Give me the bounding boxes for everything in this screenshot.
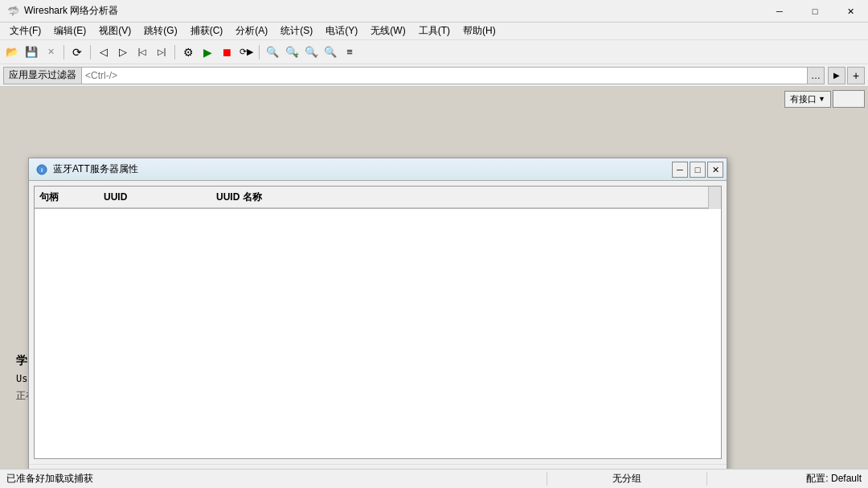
toolbar-sep2: [90, 45, 91, 59]
dialog-minimize-button[interactable]: ─: [672, 162, 688, 178]
toolbar-zoom-normal[interactable]: 🔍: [321, 43, 339, 61]
toolbar-save[interactable]: 💾: [23, 43, 40, 61]
title-bar: 🦈 Wireshark 网络分析器 ─ □ ✕: [0, 0, 868, 23]
maximize-button[interactable]: □: [797, 0, 833, 23]
toolbar-forward[interactable]: ▷: [114, 43, 132, 61]
window-controls: ─ □ ✕: [762, 0, 868, 23]
filter-add-button[interactable]: +: [847, 67, 865, 84]
filter-arrow-button[interactable]: ▶: [828, 67, 845, 84]
toolbar-sep3: [174, 45, 175, 59]
toolbar-sep1: [63, 45, 64, 59]
column-handle: 句柄: [39, 191, 104, 204]
dialog-table: 句柄 UUID UUID 名称: [34, 186, 722, 459]
column-uuid: UUID: [104, 191, 216, 203]
toolbar-start-capture[interactable]: ▶: [199, 43, 216, 61]
toolbar-sep4: [259, 45, 260, 59]
toolbar: 📂 💾 ✕ ⟳ ◁ ▷ |◁ ▷| ⚙ ▶ ⏹ ⟳▶ 🔍 🔍+ 🔍- 🔍 ≡: [0, 40, 868, 64]
toolbar-open[interactable]: 📂: [3, 43, 21, 61]
status-left: 已准备好加载或捕获: [0, 472, 547, 486]
filter-label: 应用显示过滤器: [3, 67, 81, 84]
toolbar-stop-capture[interactable]: ⏹: [218, 43, 235, 61]
status-bar: 已准备好加载或捕获 无分组 配置: Default: [0, 469, 868, 488]
toolbar-jump-start[interactable]: |◁: [133, 43, 151, 61]
filter-bar: 应用显示过滤器 … ▶ +: [0, 64, 868, 87]
dialog-icon: i: [35, 163, 48, 176]
menu-help[interactable]: 帮助(H): [457, 23, 502, 39]
column-uuid-name: UUID 名称: [216, 191, 716, 204]
status-right: 配置: Default: [707, 472, 868, 486]
status-mid: 无分组: [547, 472, 707, 486]
toolbar-restart-capture[interactable]: ⟳▶: [237, 43, 255, 61]
toolbar-jump-end[interactable]: ▷|: [153, 43, 170, 61]
toolbar-options[interactable]: ⚙: [179, 43, 197, 61]
toolbar-close[interactable]: ✕: [42, 43, 59, 61]
dialog-title-bar: i 蓝牙ATT服务器属性 ─ □ ✕: [29, 158, 727, 181]
interface-dropdown-arrow-icon: ▼: [818, 95, 825, 103]
menu-jump[interactable]: 跳转(G): [137, 23, 183, 39]
toolbar-zoom-in[interactable]: 🔍+: [283, 43, 301, 61]
menu-phone[interactable]: 电话(Y): [319, 23, 364, 39]
menu-analyze[interactable]: 分析(A): [229, 23, 274, 39]
menu-stats[interactable]: 统计(S): [274, 23, 319, 39]
menu-wireless[interactable]: 无线(W): [364, 23, 411, 39]
menu-file[interactable]: 文件(F): [3, 23, 47, 39]
menu-view[interactable]: 视图(V): [92, 23, 137, 39]
interface-dropdown-label: 有接口: [790, 93, 817, 105]
menu-capture[interactable]: 捕获(C): [184, 23, 230, 39]
toolbar-back[interactable]: ◁: [95, 43, 113, 61]
menu-edit[interactable]: 编辑(E): [47, 23, 92, 39]
toolbar-reload[interactable]: ⟳: [68, 43, 86, 61]
dialog-close-button[interactable]: ✕: [707, 162, 723, 178]
bluetooth-att-dialog: i 蓝牙ATT服务器属性 ─ □ ✕ 句柄 UUID UUID 名称: [28, 158, 727, 478]
interface-scroll-area[interactable]: [833, 90, 865, 108]
menu-bar: 文件(F) 编辑(E) 视图(V) 跳转(G) 捕获(C) 分析(A) 统计(S…: [0, 23, 868, 40]
app-title: Wireshark 网络分析器: [24, 4, 118, 18]
toolbar-zoom-out[interactable]: 🔍-: [302, 43, 320, 61]
toolbar-resize-columns[interactable]: ≡: [341, 43, 358, 61]
dialog-window-controls: ─ □ ✕: [672, 162, 723, 178]
table-header-scroll: [708, 187, 721, 209]
menu-tools[interactable]: 工具(T): [412, 23, 457, 39]
app-icon: 🦈: [6, 5, 19, 18]
interface-dropdown[interactable]: 有接口 ▼: [784, 91, 831, 108]
interface-area: 有接口 ▼: [784, 90, 865, 108]
minimize-button[interactable]: ─: [762, 0, 797, 23]
toolbar-find[interactable]: 🔍: [264, 43, 281, 61]
table-header: 句柄 UUID UUID 名称: [35, 187, 721, 209]
svg-text:i: i: [41, 166, 43, 174]
close-button[interactable]: ✕: [833, 0, 868, 23]
filter-dots: …: [808, 67, 825, 84]
table-body[interactable]: [35, 209, 721, 459]
dialog-title-text: 蓝牙ATT服务器属性: [53, 162, 138, 176]
filter-input[interactable]: [81, 67, 808, 84]
dialog-maximize-button[interactable]: □: [690, 162, 706, 178]
